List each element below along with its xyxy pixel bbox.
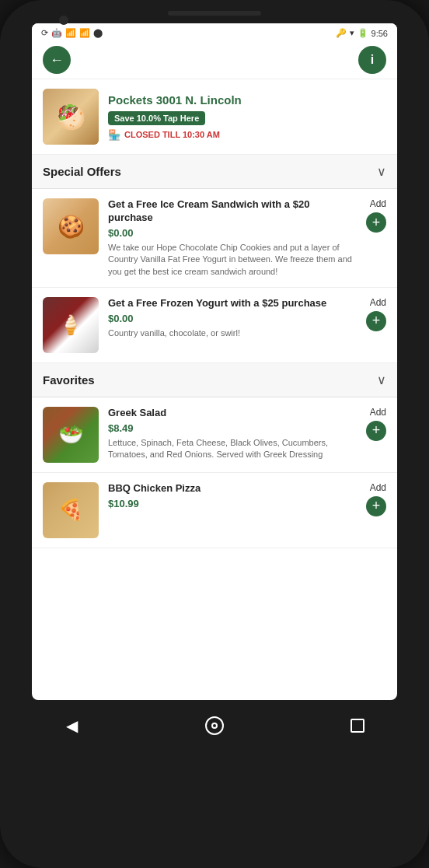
phone-screen: ⟳ 🤖 📶 📶 ⬤ 🔑 ▾ 🔋 9:56 ← i bbox=[32, 23, 397, 700]
status-icons-left: ⟳ 🤖 📶 📶 ⬤ bbox=[41, 28, 103, 38]
circle-icon: ⬤ bbox=[93, 28, 103, 38]
ice-cream-sandwich-price: $0.00 bbox=[108, 227, 357, 239]
sync-icon: ⟳ bbox=[41, 28, 48, 38]
home-circle-inner bbox=[211, 723, 218, 729]
greek-salad-name: Greek Salad bbox=[108, 407, 357, 420]
greek-salad-price: $8.49 bbox=[108, 422, 357, 434]
list-item: 🍕 BBQ Chicken Pizza $10.99 Add + bbox=[32, 473, 397, 548]
greek-salad-desc: Lettuce, Spinach, Feta Cheese, Black Oli… bbox=[108, 437, 357, 461]
restaurant-name: Pockets 3001 N. Lincoln bbox=[108, 93, 386, 107]
phone-device: ⟳ 🤖 📶 📶 ⬤ 🔑 ▾ 🔋 9:56 ← i bbox=[0, 0, 429, 868]
time-display: 9:56 bbox=[371, 29, 388, 38]
signal-icon-1: 📶 bbox=[65, 28, 76, 38]
favorites-chevron-icon: ∨ bbox=[377, 373, 386, 387]
greek-salad-add-label: Add bbox=[370, 407, 386, 418]
frozen-yogurt-desc: Country vanilla, chocolate, or swirl! bbox=[108, 327, 357, 339]
battery-icon: 🔋 bbox=[358, 28, 368, 38]
list-item: 🥗 Greek Salad $8.49 Lettuce, Spinach, Fe… bbox=[32, 397, 397, 473]
restaurant-image: 🥙 bbox=[43, 89, 99, 145]
special-offers-title: Special Offers bbox=[43, 165, 121, 178]
store-icon: 🏪 bbox=[108, 129, 120, 141]
scroll-content[interactable]: Special Offers ∨ 🍪 Get a Free Ice Cream … bbox=[32, 155, 397, 700]
ice-cream-sandwich-add-col: Add + bbox=[366, 198, 386, 233]
back-button[interactable]: ← bbox=[43, 46, 71, 74]
save-suffix: Tap Here bbox=[161, 114, 199, 123]
back-arrow-icon: ← bbox=[50, 52, 64, 68]
frozen-yogurt-info: Get a Free Frozen Yogurt with a $25 purc… bbox=[108, 297, 357, 339]
frozen-yogurt-add-button[interactable]: + bbox=[366, 311, 386, 331]
bbq-pizza-image: 🍕 bbox=[43, 482, 99, 538]
ice-cream-sandwich-name: Get a Free Ice Cream Sandwich with a $20… bbox=[108, 198, 357, 225]
sandwich-image: 🥙 bbox=[43, 89, 99, 145]
back-triangle-icon: ◀ bbox=[66, 716, 78, 735]
bottom-nav: ◀ bbox=[0, 705, 429, 747]
key-icon: 🔑 bbox=[336, 28, 347, 38]
camera-icon bbox=[59, 16, 68, 25]
phone-top bbox=[0, 0, 429, 20]
special-offers-section-header[interactable]: Special Offers ∨ bbox=[32, 155, 397, 189]
bbq-pizza-price: $10.99 bbox=[108, 498, 357, 509]
greek-salad-info: Greek Salad $8.49 Lettuce, Spinach, Feta… bbox=[108, 407, 357, 461]
favorites-title: Favorites bbox=[43, 373, 95, 387]
home-circle-icon bbox=[205, 716, 224, 735]
greek-salad-add-col: Add + bbox=[366, 407, 386, 441]
android-recents-button[interactable] bbox=[342, 710, 373, 741]
save-badge[interactable]: Save 10.0% Tap Here bbox=[108, 111, 205, 125]
ice-cream-sandwich-add-label: Add bbox=[370, 198, 386, 209]
android-icon: 🤖 bbox=[51, 28, 62, 38]
list-item: 🍦 Get a Free Frozen Yogurt with a $25 pu… bbox=[32, 288, 397, 363]
ice-cream-sandwich-info: Get a Free Ice Cream Sandwich with a $20… bbox=[108, 198, 357, 278]
closed-text: CLOSED TILL 10:30 AM bbox=[124, 130, 220, 139]
ice-cream-sandwich-add-button[interactable]: + bbox=[366, 212, 386, 233]
status-bar: ⟳ 🤖 📶 📶 ⬤ 🔑 ▾ 🔋 9:56 bbox=[32, 23, 397, 41]
frozen-yogurt-image: 🍦 bbox=[43, 297, 99, 353]
android-home-button[interactable] bbox=[199, 710, 230, 741]
restaurant-info: Pockets 3001 N. Lincoln Save 10.0% Tap H… bbox=[108, 93, 386, 141]
save-pct: 10.0% bbox=[137, 114, 161, 123]
wifi-icon: ▾ bbox=[350, 28, 354, 38]
frozen-yogurt-name: Get a Free Frozen Yogurt with a $25 purc… bbox=[108, 297, 357, 310]
greek-salad-image: 🥗 bbox=[43, 407, 99, 463]
bbq-pizza-add-col: Add + bbox=[366, 482, 386, 516]
closed-status: 🏪 CLOSED TILL 10:30 AM bbox=[108, 129, 386, 141]
bbq-pizza-add-label: Add bbox=[370, 482, 386, 493]
bbq-pizza-info: BBQ Chicken Pizza $10.99 bbox=[108, 482, 357, 513]
special-offers-chevron-icon: ∨ bbox=[377, 164, 386, 179]
info-icon: i bbox=[371, 53, 374, 67]
speaker-bar bbox=[168, 11, 261, 16]
status-icons-right: 🔑 ▾ 🔋 9:56 bbox=[336, 28, 388, 38]
ice-cream-sandwich-image: 🍪 bbox=[43, 198, 99, 254]
greek-salad-add-button[interactable]: + bbox=[366, 421, 386, 441]
frozen-yogurt-add-col: Add + bbox=[366, 297, 386, 331]
android-back-button[interactable]: ◀ bbox=[56, 710, 87, 741]
info-button[interactable]: i bbox=[358, 46, 386, 74]
restaurant-header: 🥙 Pockets 3001 N. Lincoln Save 10.0% Tap… bbox=[32, 79, 397, 155]
favorites-section-header[interactable]: Favorites ∨ bbox=[32, 363, 397, 397]
top-nav: ← i bbox=[32, 41, 397, 79]
frozen-yogurt-add-label: Add bbox=[370, 297, 386, 308]
recents-square-icon bbox=[351, 719, 364, 733]
bbq-pizza-add-button[interactable]: + bbox=[366, 496, 386, 516]
signal-icon-2: 📶 bbox=[79, 28, 90, 38]
bbq-pizza-name: BBQ Chicken Pizza bbox=[108, 482, 357, 495]
list-item: 🍪 Get a Free Ice Cream Sandwich with a $… bbox=[32, 189, 397, 288]
ice-cream-sandwich-desc: We take our Hope Chocolate Chip Cookies … bbox=[108, 242, 357, 278]
frozen-yogurt-price: $0.00 bbox=[108, 313, 357, 324]
save-prefix: Save bbox=[114, 114, 137, 123]
